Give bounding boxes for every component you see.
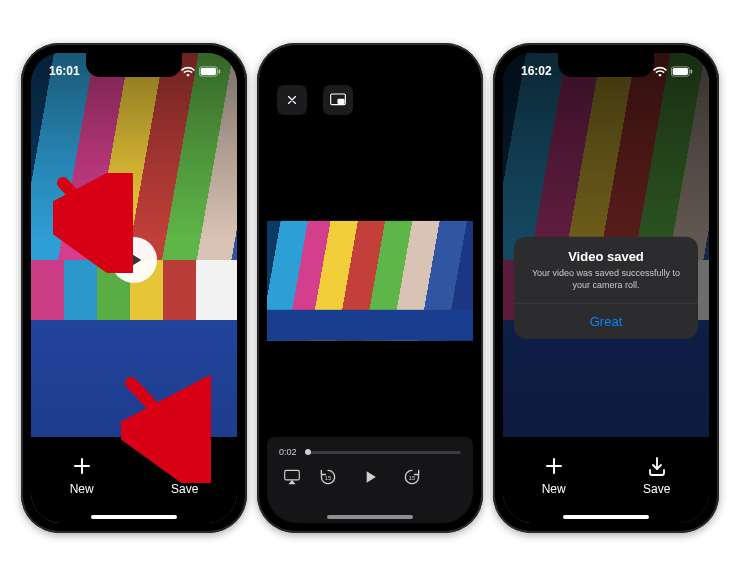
phone-frame-2: 0:02 15 15 (257, 43, 483, 533)
rewind-icon: 15 (318, 467, 338, 487)
home-indicator[interactable] (91, 515, 177, 519)
svg-rect-5 (285, 470, 300, 479)
alert-dialog: Video saved Your video was saved success… (514, 237, 698, 339)
player-top-controls (267, 85, 473, 115)
home-indicator[interactable] (563, 515, 649, 519)
play-icon (360, 467, 380, 487)
close-button[interactable] (277, 85, 307, 115)
svg-text:15: 15 (409, 475, 415, 481)
battery-icon (671, 66, 693, 77)
battery-icon (199, 66, 221, 77)
forward-icon: 15 (402, 467, 422, 487)
close-icon (285, 93, 299, 107)
seek-thumb[interactable] (305, 449, 311, 455)
elapsed-time: 0:02 (279, 447, 297, 457)
video-player-area[interactable] (267, 221, 473, 341)
player-controls: 0:02 15 15 (267, 437, 473, 523)
seek-bar[interactable] (305, 451, 461, 454)
new-button-label: New (70, 482, 94, 496)
plus-icon (542, 454, 566, 478)
status-time: 16:01 (49, 64, 80, 78)
download-icon (645, 454, 669, 478)
airplay-button[interactable] (283, 469, 301, 489)
alert-title: Video saved (514, 237, 698, 268)
annotation-arrow-play (53, 173, 133, 277)
notch (86, 53, 182, 77)
annotation-arrow-save (121, 373, 211, 487)
pip-icon (330, 93, 346, 107)
phone-frame-1: 16:01 (21, 43, 247, 533)
status-time: 16:02 (521, 64, 552, 78)
svg-rect-2 (218, 69, 220, 73)
wifi-icon (181, 66, 195, 77)
alert-message: Your video was saved successfully to you… (514, 268, 698, 303)
new-button[interactable]: New (542, 454, 566, 496)
pip-button[interactable] (323, 85, 353, 115)
phone-frame-3: 16:02 Video saved Your video was saved s… (493, 43, 719, 533)
home-indicator[interactable] (327, 515, 413, 519)
save-button[interactable]: Save (643, 454, 670, 496)
new-button[interactable]: New (70, 454, 94, 496)
notch (322, 53, 418, 77)
svg-rect-1 (201, 68, 216, 75)
svg-rect-10 (690, 69, 692, 73)
forward-15-button[interactable]: 15 (402, 467, 422, 491)
save-button-label: Save (643, 482, 670, 496)
bottom-toolbar: New Save (503, 437, 709, 523)
airplay-icon (283, 469, 301, 485)
alert-confirm-button[interactable]: Great (514, 304, 698, 339)
rewind-15-button[interactable]: 15 (318, 467, 338, 491)
svg-rect-9 (673, 68, 688, 75)
plus-icon (70, 454, 94, 478)
wifi-icon (653, 66, 667, 77)
new-button-label: New (542, 482, 566, 496)
svg-rect-4 (338, 99, 344, 103)
svg-text:15: 15 (325, 475, 331, 481)
play-button[interactable] (360, 467, 380, 491)
notch (558, 53, 654, 77)
